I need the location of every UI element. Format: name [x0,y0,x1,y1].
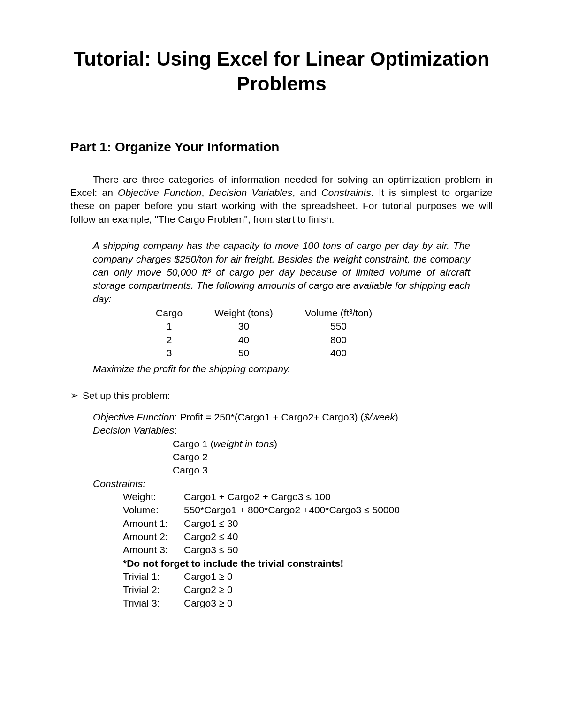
constraint-row: Trivial 1: Cargo1 ≥ 0 [123,570,493,583]
intro-sep2: , and [292,187,321,198]
term-objective-function: Objective Function [118,187,201,198]
objective-value-pre: Profit = 250*(Cargo1 + Cargo2+ Cargo3) ( [180,412,364,422]
decision-var-3: Cargo 3 [173,464,493,477]
decision-vars-colon: : [174,425,177,435]
constraint-row: Amount 3: Cargo3 ≤ 50 [123,543,493,556]
constraints-label: Constraints [93,478,143,489]
constraint-row: Weight: Cargo1 + Cargo2 + Cargo3 ≤ 100 [123,490,493,503]
intro-paragraph: There are three categories of informatio… [70,173,493,226]
problem-text: A shipping company has the capacity to m… [93,239,470,306]
constraints-list: Weight: Cargo1 + Cargo2 + Cargo3 ≤ 100 V… [123,490,493,557]
table-cell: 50 [198,346,289,360]
constraint-name: Amount 1: [123,517,184,530]
setup-label: Set up this problem: [83,389,170,402]
constraint-expr: Cargo3 ≥ 0 [184,597,493,610]
constraint-name: Volume: [123,503,184,517]
table-header: Weight (tons) [198,307,289,320]
constraint-expr: Cargo1 + Cargo2 + Cargo3 ≤ 100 [184,490,493,503]
constraint-name: Amount 2: [123,530,184,543]
table-cell: 800 [289,333,388,346]
trivial-constraints-list: Trivial 1: Cargo1 ≥ 0 Trivial 2: Cargo2 … [123,570,493,610]
table-row: 3 50 400 [140,346,388,360]
term-constraints: Constraints [321,187,371,198]
dv1-pre: Cargo 1 ( [173,438,214,449]
objective-value-post: ) [395,412,398,422]
constraint-row: Amount 2: Cargo2 ≤ 40 [123,530,493,543]
objective-unit: $/week [364,412,395,422]
constraint-name: Trivial 1: [123,570,184,583]
problem-statement: A shipping company has the capacity to m… [93,239,470,360]
table-row: 1 30 550 [140,320,388,333]
dv1-post: ) [274,438,277,449]
setup-bullet: ➢ Set up this problem: [70,389,493,402]
constraint-row: Trivial 3: Cargo3 ≥ 0 [123,597,493,610]
constraint-row: Amount 1: Cargo1 ≤ 30 [123,517,493,530]
constraints-heading: Constraints: [93,477,493,490]
decision-var-2: Cargo 2 [173,450,493,464]
table-cell: 3 [140,346,198,360]
section-heading: Part 1: Organize Your Information [70,138,493,156]
table-cell: 550 [289,320,388,333]
intro-sep1: , [201,187,209,198]
table-row: Cargo Weight (tons) Volume (ft³/ton) [140,307,388,320]
objective-line: Objective Function: Profit = 250*(Cargo1… [93,411,493,424]
table-cell: 1 [140,320,198,333]
decision-var-1: Cargo 1 (weight in tons) [173,437,493,450]
constraint-expr: Cargo2 ≤ 40 [184,530,493,543]
table-cell: 400 [289,346,388,360]
constraint-name: Amount 3: [123,543,184,556]
cargo-table: Cargo Weight (tons) Volume (ft³/ton) 1 3… [140,307,388,360]
constraint-expr: Cargo1 ≤ 30 [184,517,493,530]
term-decision-variables: Decision Variables [209,187,293,198]
constraint-expr: Cargo3 ≤ 50 [184,543,493,556]
page-title: Tutorial: Using Excel for Linear Optimiz… [70,47,493,96]
constraint-row: Trivial 2: Cargo2 ≥ 0 [123,583,493,596]
objective-label: Objective Function [93,412,175,422]
trivial-reminder: *Do not forget to include the trivial co… [123,557,493,570]
decision-vars-label: Decision Variables [93,425,174,435]
table-cell: 30 [198,320,289,333]
constraint-name: Trivial 2: [123,583,184,596]
dv1-em: weight in tons [214,438,274,449]
table-header: Cargo [140,307,198,320]
table-cell: 40 [198,333,289,346]
constraint-name: Trivial 3: [123,597,184,610]
constraint-expr: Cargo2 ≥ 0 [184,583,493,596]
constraints-colon: : [143,478,145,489]
objective-sep: : [175,412,180,422]
constraint-name: Weight: [123,490,184,503]
table-cell: 2 [140,333,198,346]
table-row: 2 40 800 [140,333,388,346]
constraint-expr: 550*Cargo1 + 800*Cargo2 +400*Cargo3 ≤ 50… [184,503,493,517]
maximize-text: Maximize the profit for the shipping com… [93,362,493,375]
decision-vars-heading: Decision Variables: [93,424,493,437]
arrow-bullet-icon: ➢ [70,389,83,402]
constraint-row: Volume: 550*Cargo1 + 800*Cargo2 +400*Car… [123,503,493,517]
constraint-expr: Cargo1 ≥ 0 [184,570,493,583]
setup-block: Objective Function: Profit = 250*(Cargo1… [93,411,493,610]
table-header: Volume (ft³/ton) [289,307,388,320]
